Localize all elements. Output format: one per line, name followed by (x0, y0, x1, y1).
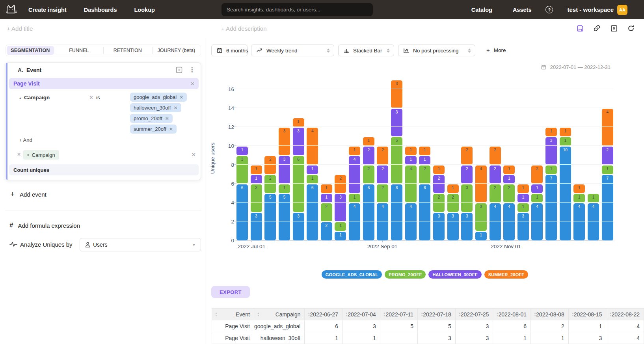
bar-segment-promo_20off[interactable]: 1 (335, 222, 346, 231)
bar-2022-06-27[interactable]: 631 (236, 147, 248, 240)
remove-breakdown-icon[interactable]: ✕ (17, 152, 21, 157)
tab-retention[interactable]: RETENTION (104, 46, 151, 55)
bar-segment-promo_20off[interactable]: 2 (447, 194, 459, 212)
bar-segment-promo_20off[interactable]: 1 (279, 184, 290, 193)
bar-segment-summer_20off[interactable]: 1 (447, 184, 459, 193)
filter-value-tag[interactable]: google_ads_global✕ (130, 93, 187, 102)
bar-segment-google_ads_global[interactable]: 7 (545, 175, 557, 240)
bar-segment-halloween_30off[interactable]: 1 (321, 194, 332, 203)
time-window-button[interactable]: 6 months (211, 45, 248, 56)
sort-icon[interactable]: ▲▼ (421, 312, 423, 317)
bar-segment-summer_20off[interactable]: 2 (377, 147, 388, 165)
aggregation-selector[interactable]: Count uniques (9, 164, 199, 175)
app-logo-cat-icon[interactable] (5, 4, 18, 16)
bar-segment-halloween_30off[interactable]: 1 (405, 156, 417, 165)
remove-filter-icon[interactable]: ✕ (89, 95, 93, 100)
clear-close-icon[interactable] (610, 24, 618, 32)
bar-segment-promo_20off[interactable]: 1 (545, 165, 557, 174)
bar-segment-summer_20off[interactable]: 2 (264, 156, 276, 174)
bar-segment-halloween_30off[interactable]: 1 (236, 147, 248, 155)
bar-segment-halloween_30off[interactable]: 2 (490, 165, 501, 184)
bar-segment-google_ads_global[interactable]: 3 (447, 213, 459, 240)
bar-segment-summer_20off[interactable]: 1 (321, 184, 332, 193)
bar-segment-halloween_30off[interactable]: 3 (293, 128, 304, 155)
nav-item-catalog[interactable]: Catalog (471, 7, 492, 13)
bar-segment-summer_20off[interactable]: 1 (573, 184, 585, 193)
copy-link-icon[interactable] (593, 24, 601, 32)
bar-segment-summer_20off[interactable]: 1 (349, 147, 360, 155)
bar-segment-promo_20off[interactable]: 3 (461, 184, 473, 212)
bar-segment-google_ads_global[interactable]: 4 (588, 203, 599, 240)
bar-segment-google_ads_global[interactable]: 4 (490, 203, 501, 240)
bar-2022-08-29[interactable]: 6221 (363, 137, 374, 240)
bar-2022-08-08[interactable]: 2211 (321, 184, 332, 240)
add-event-button[interactable]: + Add event (10, 191, 47, 198)
bar-2022-07-11[interactable]: 522 (264, 156, 276, 240)
bar-segment-promo_20off[interactable]: 2 (433, 194, 445, 212)
bar-2022-12-19[interactable]: 41 (588, 194, 599, 240)
bar-segment-promo_20off[interactable]: 1 (602, 165, 613, 174)
sort-icon[interactable]: ▲▼ (609, 312, 612, 317)
bar-segment-promo_20off[interactable]: 2 (503, 184, 515, 203)
nav-item-create-insight[interactable]: Create insight (28, 7, 67, 13)
bar-2022-07-25[interactable]: 3631 (293, 118, 304, 240)
trend-select[interactable]: Weekly trend (251, 45, 334, 56)
bar-segment-google_ads_global[interactable]: 3 (517, 213, 529, 240)
bar-segment-promo_20off[interactable]: 1 (573, 194, 585, 203)
remove-event-icon[interactable]: ✕ (190, 81, 195, 87)
add-title-button[interactable]: + Add title (7, 25, 33, 32)
bar-segment-promo_20off[interactable]: 3 (236, 156, 248, 184)
filter-value-tag[interactable]: summer_20off✕ (130, 125, 177, 134)
event-selector[interactable]: Page Visit ✕ (9, 78, 199, 89)
bar-2022-08-01[interactable]: 6114 (307, 128, 318, 240)
sort-icon[interactable]: ▲▼ (345, 312, 348, 317)
bar-segment-google_ads_global[interactable]: 4 (531, 203, 543, 240)
refresh-icon[interactable] (627, 24, 635, 32)
bar-segment-halloween_30off[interactable]: 4 (349, 156, 360, 193)
bar-segment-summer_20off[interactable]: 1 (560, 128, 571, 136)
bar-segment-summer_20off[interactable]: 1 (419, 147, 430, 155)
bar-segment-promo_20off[interactable]: 3 (251, 184, 262, 212)
bar-segment-halloween_30off[interactable]: 3 (545, 137, 557, 165)
nav-item-lookup[interactable]: Lookup (134, 7, 155, 13)
bar-segment-summer_20off[interactable]: 1 (363, 137, 374, 146)
bar-segment-promo_20off[interactable]: 2 (490, 184, 501, 203)
bar-segment-halloween_30off[interactable]: 2 (602, 147, 613, 165)
bar-2022-10-31[interactable]: 4222 (490, 147, 501, 240)
bar-segment-google_ads_global[interactable]: 3 (251, 213, 262, 240)
sort-icon[interactable]: ▲▼ (257, 312, 260, 317)
bar-segment-google_ads_global[interactable]: 6 (236, 184, 248, 240)
table-header-2022-07-04[interactable]: ▲▼2022-07-04 (342, 309, 380, 320)
filter-value-tag[interactable]: halloween_30off✕ (130, 103, 181, 112)
bar-segment-promo_20off[interactable]: 1 (307, 175, 318, 184)
bar-segment-google_ads_global[interactable]: 7 (602, 175, 613, 240)
bar-segment-summer_20off[interactable]: 1 (433, 165, 445, 174)
bar-segment-google_ads_global[interactable]: 6 (307, 184, 318, 240)
search-input[interactable]: Search insights, dashboards, or users... (221, 3, 373, 16)
chart-type-select[interactable]: Stacked Bar (338, 45, 394, 56)
bar-segment-halloween_30off[interactable]: 1 (251, 175, 262, 184)
bar-segment-google_ads_global[interactable]: 4 (349, 203, 360, 240)
bar-segment-summer_20off[interactable]: 4 (307, 128, 318, 165)
bar-segment-google_ads_global[interactable]: 4 (405, 203, 417, 240)
tab-funnel[interactable]: FUNNEL (56, 46, 103, 55)
bar-segment-summer_20off[interactable]: 2 (490, 147, 501, 165)
bar-segment-summer_20off[interactable]: 1 (293, 118, 304, 127)
add-filter-icon[interactable] (176, 67, 182, 73)
bar-segment-promo_20off[interactable]: 1 (588, 194, 599, 203)
bar-2022-09-05[interactable]: 4222 (377, 147, 388, 240)
nav-item-assets[interactable]: Assets (513, 7, 532, 13)
bar-segment-promo_20off[interactable]: 2 (363, 165, 374, 184)
table-header-event[interactable]: ▲▼Event (212, 309, 254, 320)
bar-segment-halloween_30off[interactable]: 2 (377, 165, 388, 184)
bar-segment-summer_20off[interactable]: 3 (391, 80, 402, 108)
event-menu-icon[interactable]: ⋮ (189, 66, 195, 74)
table-header-2022-07-18[interactable]: ▲▼2022-07-18 (418, 309, 456, 320)
bar-segment-halloween_30off[interactable]: 3 (279, 156, 290, 184)
bar-segment-halloween_30off[interactable]: 2 (433, 175, 445, 193)
table-header-2022-08-22[interactable]: ▲▼2022-08-22 (606, 309, 644, 320)
bar-2022-11-28[interactable]: 7131 (545, 128, 557, 240)
add-description-button[interactable]: + Add description (221, 25, 267, 32)
bar-segment-summer_20off[interactable]: 1 (517, 184, 529, 193)
add-and-condition-button[interactable]: + And (19, 137, 32, 143)
